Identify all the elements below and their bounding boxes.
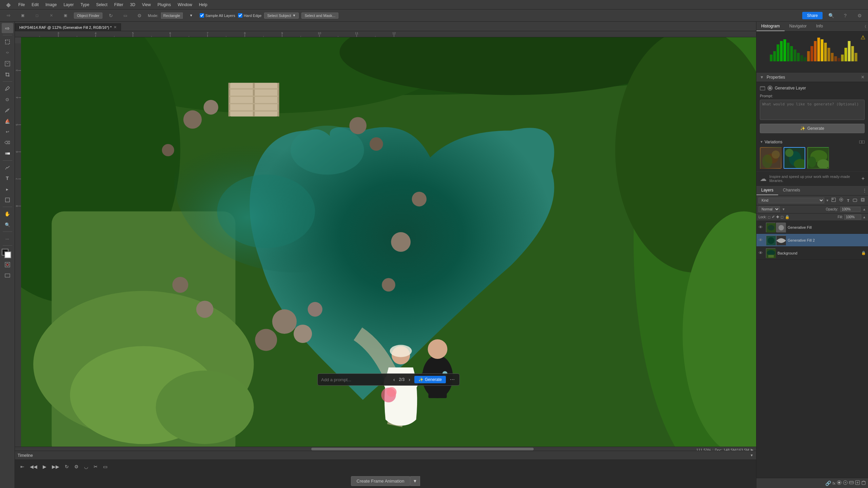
hard-edge-checkbox[interactable]: Hard Edge	[238, 13, 262, 18]
tool-icon-4[interactable]: ▣	[60, 11, 71, 21]
gen-fill-prev-button[interactable]: ‹	[392, 376, 396, 383]
select-subject-dropdown-arrow[interactable]: ▼	[293, 14, 296, 17]
horizontal-scrollbar[interactable]: 111.53% | Doc: 148.5M/163.5M ▶	[15, 447, 756, 451]
options-btn-object-finder[interactable]: Object Finder	[74, 13, 102, 19]
stamp-tool[interactable]: ⛵	[2, 116, 13, 126]
select-subject-button[interactable]: Select Subject ▼	[264, 13, 299, 19]
transform-icon[interactable]: ▭	[119, 11, 131, 21]
change-screen-mode[interactable]	[2, 270, 13, 281]
rectangular-marquee-tool[interactable]	[2, 37, 13, 47]
variation-thumb-1[interactable]	[760, 147, 782, 169]
layer-visibility-generative-fill-2[interactable]: 👁	[758, 238, 764, 243]
create-frame-animation-dropdown[interactable]: ▼	[410, 476, 420, 486]
eraser-tool[interactable]: ⌫	[2, 138, 13, 148]
crop-tool[interactable]	[2, 69, 13, 80]
tool-icon-3[interactable]: ⤫	[45, 11, 57, 21]
blend-mode-select[interactable]: Normal	[758, 206, 780, 212]
menu-select[interactable]: Select	[93, 2, 110, 8]
history-brush-tool[interactable]: ↩	[2, 127, 13, 137]
create-frame-animation-button[interactable]: Create Frame Animation	[351, 476, 410, 486]
fill-input[interactable]	[844, 215, 861, 220]
tab-channels[interactable]: Channels	[778, 186, 805, 195]
gen-fill-generate-button[interactable]: ✨ Generate	[414, 376, 446, 383]
lock-position-button[interactable]: ✚	[776, 215, 779, 219]
tab-navigator[interactable]: Navigator	[785, 22, 811, 31]
gen-fill-more-button[interactable]: ⋯	[449, 376, 456, 383]
close-tab-icon[interactable]: ✕	[114, 25, 117, 29]
layer-row-generative-fill-2[interactable]: 👁 Generative Fill 2	[756, 234, 868, 247]
select-and-mask-button[interactable]: Select and Mask...	[301, 13, 338, 19]
menu-view[interactable]: View	[139, 2, 154, 8]
lock-all-button[interactable]: 🔒	[785, 215, 790, 219]
shape-tool[interactable]	[2, 195, 13, 205]
zoom-tool[interactable]: 🔍	[2, 220, 13, 230]
layer-new-button[interactable]	[855, 480, 860, 486]
document-tab[interactable]: HKPS4614.RAF @ 112% (Generative Fill 2, …	[15, 23, 121, 31]
filter-smartobj-button[interactable]	[860, 197, 866, 204]
menu-filter[interactable]: Filter	[112, 2, 126, 8]
variation-thumb-2[interactable]	[784, 147, 805, 169]
gradient-tool[interactable]	[2, 148, 13, 159]
generate-main-button[interactable]: ✨ Generate	[760, 124, 865, 133]
histogram-panel-collapse[interactable]: 〈	[865, 24, 866, 28]
settings-gear-icon[interactable]: ⚙	[854, 11, 865, 21]
properties-close-button[interactable]: ✕	[861, 75, 865, 80]
timeline-collapse-button[interactable]: ▼	[750, 453, 753, 457]
menu-window[interactable]: Window	[175, 2, 195, 8]
marquee-icon[interactable]: □	[31, 11, 43, 21]
layer-adjustment-button[interactable]	[843, 480, 848, 486]
layers-kind-select[interactable]: Kind	[758, 198, 824, 203]
inspire-plus-button[interactable]: +	[862, 176, 865, 182]
path-selection-tool[interactable]: ▸	[2, 184, 13, 194]
menu-layer[interactable]: Layer	[61, 2, 76, 8]
tl-settings-button[interactable]: ⚙	[73, 463, 80, 470]
menu-type[interactable]: Type	[78, 2, 92, 8]
tl-step-back-button[interactable]: ◀◀	[28, 463, 39, 470]
fill-up-icon[interactable]: ▲	[863, 215, 866, 219]
tl-step-forward-button[interactable]: ▶▶	[51, 463, 61, 470]
variation-thumb-3[interactable]	[807, 147, 829, 169]
edit-in-quick-mask[interactable]	[2, 260, 13, 270]
tl-play-button[interactable]: ▶	[41, 463, 48, 470]
search-icon[interactable]: 🔍	[825, 11, 837, 21]
menu-plugins[interactable]: Plugins	[155, 2, 174, 8]
menu-3d[interactable]: 3D	[127, 2, 138, 8]
tab-histogram[interactable]: Histogram	[756, 22, 785, 31]
move-tool[interactable]: ⇨	[2, 23, 13, 33]
gen-fill-prompt-input[interactable]	[321, 377, 389, 382]
lock-transparent-button[interactable]: □	[768, 215, 770, 219]
opacity-input[interactable]	[840, 207, 861, 212]
menu-help[interactable]: Help	[196, 2, 210, 8]
move-tool-icon[interactable]: ⇨	[3, 11, 14, 21]
layer-row-generative-fill[interactable]: 👁 Generative Fill	[756, 221, 868, 234]
layer-link-button[interactable]: 🔗	[825, 481, 831, 486]
text-tool[interactable]: T	[2, 173, 13, 183]
scrollbar-thumb[interactable]	[311, 448, 534, 450]
object-select-tool[interactable]	[2, 59, 13, 69]
background-color[interactable]	[4, 251, 11, 258]
settings-icon[interactable]: ⚙	[134, 11, 145, 21]
filter-type-button[interactable]: T	[846, 197, 850, 204]
tl-render-button[interactable]: ◡	[83, 463, 90, 470]
filter-shape-button[interactable]	[852, 197, 858, 204]
variations-grid-view-button[interactable]: □□	[859, 139, 865, 144]
layer-delete-button[interactable]	[861, 480, 866, 486]
menu-edit[interactable]: Edit	[29, 2, 41, 8]
mode-dropdown-arrow[interactable]: ▼	[185, 11, 197, 21]
menu-image[interactable]: Image	[43, 2, 59, 8]
prompt-textarea[interactable]	[760, 100, 865, 120]
hand-tool[interactable]: ✋	[2, 209, 13, 219]
filter-adjustment-button[interactable]	[838, 197, 845, 204]
eyedropper-tool[interactable]	[2, 83, 13, 94]
mode-dropdown[interactable]: Rectangle	[161, 13, 183, 19]
refresh-icon[interactable]: ↻	[105, 11, 117, 21]
layer-row-background[interactable]: 👁 Background 🔒	[756, 247, 868, 260]
help-icon[interactable]: ?	[840, 11, 851, 21]
lock-pixels-button[interactable]: ✐	[772, 215, 775, 219]
filter-pixel-button[interactable]	[830, 197, 837, 204]
sample-all-layers-checkbox[interactable]: Sample All Layers	[200, 13, 235, 18]
collapse-properties-icon[interactable]: ▼	[760, 75, 764, 80]
pen-tool[interactable]	[2, 162, 13, 172]
opacity-up-icon[interactable]: ▲	[863, 207, 866, 211]
tl-loop-button[interactable]: ↻	[63, 463, 70, 470]
